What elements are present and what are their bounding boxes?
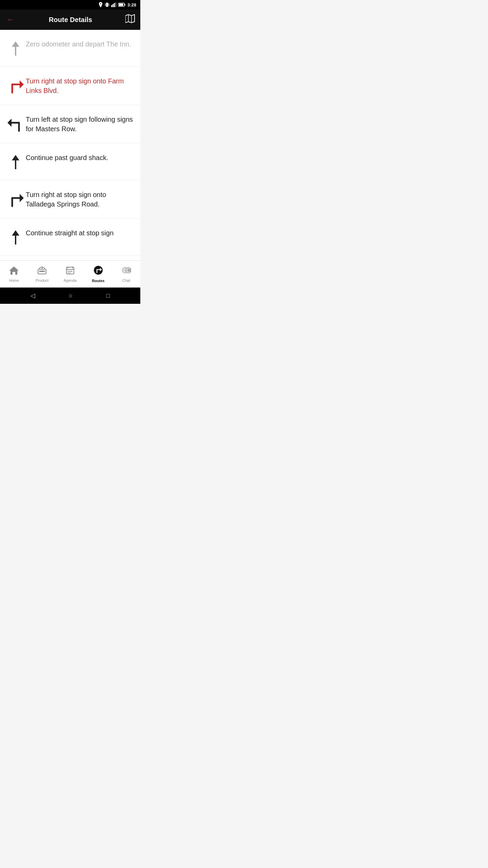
route-step-2: Turn right at stop sign onto Farm Links … bbox=[0, 67, 140, 105]
back-android-button[interactable]: ◁ bbox=[30, 292, 35, 299]
back-button[interactable]: ← bbox=[5, 14, 16, 25]
chat-label: Chat bbox=[122, 278, 130, 282]
status-icons: 3:28 bbox=[98, 2, 136, 7]
nav-home[interactable]: Home bbox=[0, 261, 28, 288]
route-step-3: Turn left at stop sign following signs f… bbox=[0, 105, 140, 143]
svg-rect-40 bbox=[71, 271, 72, 272]
step-6-icon bbox=[5, 228, 26, 246]
arrow-left-turn-icon bbox=[7, 116, 24, 132]
home-label: Home bbox=[9, 278, 19, 282]
svg-marker-14 bbox=[12, 41, 19, 47]
step-6-text: Continue straight at stop sign bbox=[26, 228, 134, 238]
svg-rect-9 bbox=[119, 4, 123, 6]
location-icon bbox=[98, 2, 103, 7]
step-2-text: Turn right at stop sign onto Farm Links … bbox=[26, 76, 134, 95]
routes-svg bbox=[94, 265, 103, 275]
nav-agenda[interactable]: Agenda bbox=[56, 261, 84, 288]
svg-marker-28 bbox=[9, 267, 19, 275]
nav-chat[interactable]: Chat bbox=[112, 261, 140, 288]
svg-rect-0 bbox=[106, 3, 108, 7]
step-1-text: Zero odometer and depart The Inn. bbox=[26, 39, 134, 49]
arrow-up-black-icon bbox=[11, 154, 21, 171]
home-icon bbox=[9, 266, 19, 277]
svg-rect-39 bbox=[69, 271, 70, 272]
svg-marker-17 bbox=[20, 80, 24, 88]
svg-rect-3 bbox=[111, 5, 112, 7]
svg-rect-41 bbox=[68, 273, 69, 273]
vibrate-icon bbox=[105, 2, 109, 7]
svg-marker-25 bbox=[20, 194, 24, 202]
header: ← Route Details bbox=[0, 9, 140, 30]
svg-rect-38 bbox=[68, 271, 69, 272]
svg-rect-4 bbox=[113, 4, 114, 7]
nav-routes[interactable]: Routes bbox=[84, 261, 112, 288]
agenda-icon bbox=[66, 266, 75, 277]
agenda-label: Agenda bbox=[64, 278, 77, 282]
status-bar: 3:28 bbox=[0, 0, 140, 9]
svg-rect-42 bbox=[69, 273, 70, 273]
signal-icon bbox=[111, 2, 117, 7]
step-5-text: Turn right at stop sign onto Talladega S… bbox=[26, 190, 134, 209]
product-icon bbox=[37, 266, 47, 277]
page-title: Route Details bbox=[49, 16, 92, 24]
route-step-5: Turn right at stop sign onto Talladega S… bbox=[0, 180, 140, 219]
svg-rect-33 bbox=[40, 271, 44, 272]
svg-rect-8 bbox=[124, 4, 125, 6]
svg-point-43 bbox=[94, 266, 103, 275]
arrow-right-black-icon bbox=[7, 191, 24, 208]
svg-marker-22 bbox=[12, 155, 19, 160]
step-3-text: Turn left at stop sign following signs f… bbox=[26, 115, 134, 134]
recents-android-button[interactable]: □ bbox=[106, 292, 110, 299]
home-svg bbox=[9, 266, 19, 275]
chat-icon bbox=[122, 266, 131, 277]
svg-point-31 bbox=[39, 271, 40, 272]
home-android-button[interactable]: ○ bbox=[69, 292, 73, 299]
svg-rect-6 bbox=[115, 2, 116, 7]
route-step-6: Continue straight at stop sign bbox=[0, 219, 140, 256]
status-time: 3:28 bbox=[127, 2, 136, 7]
route-steps-container: Zero odometer and depart The Inn. Turn r… bbox=[0, 30, 140, 260]
svg-marker-27 bbox=[12, 230, 19, 236]
route-step-1: Zero odometer and depart The Inn. bbox=[0, 30, 140, 67]
step-2-icon bbox=[5, 76, 26, 94]
battery-icon bbox=[118, 2, 126, 7]
product-svg bbox=[37, 266, 47, 275]
routes-icon bbox=[94, 265, 103, 277]
svg-point-51 bbox=[127, 269, 131, 272]
step-4-text: Continue past guard shack. bbox=[26, 153, 134, 162]
step-1-icon bbox=[5, 39, 26, 57]
svg-point-32 bbox=[44, 271, 45, 272]
agenda-svg bbox=[66, 266, 75, 275]
nav-product[interactable]: Product bbox=[28, 261, 56, 288]
android-nav: ◁ ○ □ bbox=[0, 288, 140, 304]
step-3-icon bbox=[5, 115, 26, 132]
step-4-icon bbox=[5, 153, 26, 171]
map-icon bbox=[125, 14, 135, 23]
svg-rect-5 bbox=[114, 3, 115, 7]
svg-marker-20 bbox=[7, 119, 12, 127]
svg-rect-2 bbox=[108, 3, 109, 6]
map-button[interactable] bbox=[125, 14, 135, 25]
bottom-nav: Home Product bbox=[0, 260, 140, 288]
arrow-up-black-2-icon bbox=[11, 230, 21, 246]
arrow-up-gray-icon bbox=[11, 41, 21, 57]
svg-rect-1 bbox=[105, 3, 106, 6]
arrow-right-red-icon bbox=[7, 78, 24, 94]
svg-marker-10 bbox=[125, 15, 135, 23]
product-label: Product bbox=[36, 278, 48, 282]
routes-label: Routes bbox=[92, 279, 104, 283]
step-5-icon bbox=[5, 190, 26, 208]
route-step-4: Continue past guard shack. bbox=[0, 143, 140, 180]
chat-svg bbox=[122, 266, 131, 275]
